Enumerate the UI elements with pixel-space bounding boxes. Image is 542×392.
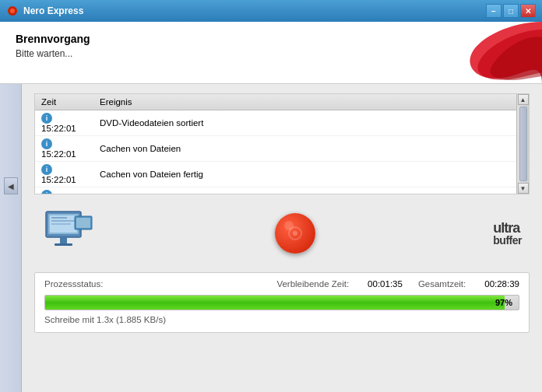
svg-rect-5 (51, 217, 67, 219)
progress-stats: Prozessstatus: Verbleibende Zeit: 00:01:… (44, 279, 519, 289)
disc-inner (283, 222, 307, 245)
info-icon: i (41, 138, 52, 149)
info-icon: i (41, 190, 52, 194)
ultrabuffer-logo: ultra BuFFer (493, 221, 522, 246)
title-bar: Nero Express − □ ✕ (0, 0, 542, 22)
close-button[interactable]: ✕ (520, 4, 536, 18)
col-time: Zeit (35, 94, 93, 110)
process-status-label: Prozessstatus: (44, 279, 103, 289)
sidebar-arrow[interactable]: ◀ (4, 177, 18, 194)
log-table: Zeit Ereignis i15:22:01DVD-Videodateien … (35, 94, 529, 194)
minimize-button[interactable]: − (486, 4, 502, 18)
log-event: Start des Brennvorganges mit 8x (11.080 … (93, 187, 529, 194)
header-section: Brennvorgang Bitte warten... (0, 22, 542, 84)
progress-percent-label: 97% (495, 298, 512, 307)
svg-rect-11 (76, 218, 90, 228)
svg-point-1 (10, 9, 15, 13)
remaining-time-label: Verbleibende Zeit: (276, 279, 349, 289)
log-scrollbar[interactable]: ▲ ▼ (516, 94, 529, 194)
svg-rect-6 (51, 220, 75, 222)
main-content: Zeit Ereignis i15:22:01DVD-Videodateien … (22, 84, 542, 392)
header-swoosh (402, 22, 542, 84)
scroll-up-arrow[interactable]: ▲ (518, 94, 529, 105)
log-table-container: Zeit Ereignis i15:22:01DVD-Videodateien … (34, 93, 530, 194)
log-row: i15:22:01DVD-Videodateien sortiert (35, 110, 529, 136)
record-icon-container (275, 213, 315, 254)
progress-bar-fill (45, 296, 505, 310)
computer-icon (42, 210, 97, 257)
total-time-value: 00:28:39 (484, 279, 519, 289)
log-event: DVD-Videodateien sortiert (93, 110, 529, 136)
main-container: ◀ Zeit Ereignis i15:22:01DVD-Videodateie… (0, 84, 542, 392)
progress-bar-container: 97% (44, 295, 519, 310)
log-event: Cachen von Dateien (93, 136, 529, 162)
log-time: i15:22:01 (35, 110, 93, 136)
middle-section: ultra BuFFer (34, 202, 530, 264)
log-row: i15:22:01Cachen von Dateien (35, 136, 529, 162)
progress-stats-right: Verbleibende Zeit: 00:01:35 Gesamtzeit: … (276, 279, 519, 289)
log-time: i15:22:01 (35, 162, 93, 187)
svg-point-13 (293, 231, 297, 236)
log-event: Cachen von Dateien fertig (93, 162, 529, 187)
scroll-down-arrow[interactable]: ▼ (518, 183, 529, 194)
total-time-label: Gesamtzeit: (418, 279, 466, 289)
ultra-text: ultra (493, 221, 522, 235)
write-info: Schreibe mit 1.3x (1.885 KB/s) (44, 315, 519, 324)
log-row: i15:22:01Start des Brennvorganges mit 8x… (35, 187, 529, 194)
svg-rect-9 (55, 243, 72, 246)
log-time: i15:22:01 (35, 187, 93, 194)
title-bar-left: Nero Express (6, 5, 83, 17)
left-sidebar: ◀ (0, 84, 22, 392)
burn-icon (275, 213, 315, 254)
title-controls: − □ ✕ (486, 4, 536, 18)
progress-section: Prozessstatus: Verbleibende Zeit: 00:01:… (34, 272, 530, 333)
log-time: i15:22:01 (35, 136, 93, 162)
app-title: Nero Express (23, 5, 83, 16)
info-icon: i (41, 113, 52, 124)
col-event: Ereignis (93, 94, 529, 110)
svg-rect-8 (60, 237, 67, 243)
info-icon: i (41, 164, 52, 175)
maximize-button[interactable]: □ (503, 4, 519, 18)
scroll-thumb[interactable] (519, 107, 527, 181)
buffer-text: BuFFer (493, 235, 522, 246)
remaining-time-value: 00:01:35 (368, 279, 403, 289)
svg-rect-7 (51, 223, 71, 225)
app-icon (6, 5, 19, 17)
log-row: i15:22:01Cachen von Dateien fertig (35, 162, 529, 187)
